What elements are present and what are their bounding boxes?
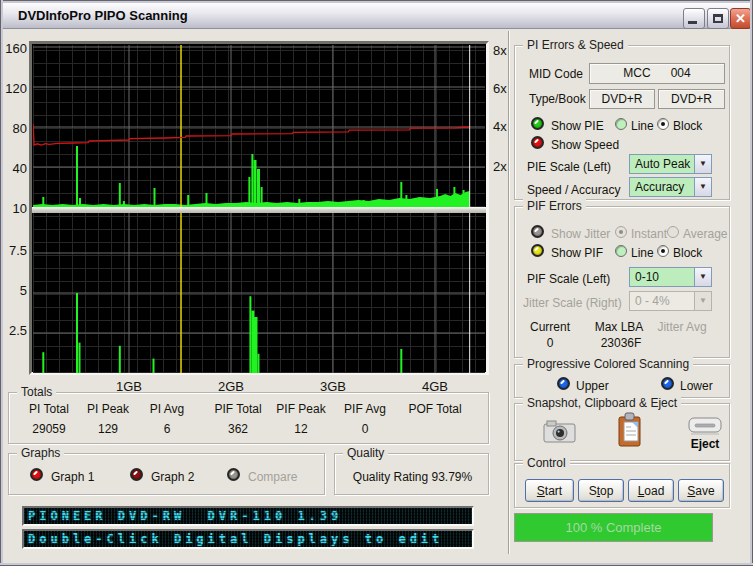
pif-block-radio[interactable] [657,245,669,257]
pif-y-tick: 5 [0,283,27,298]
save-button[interactable]: Save [678,479,724,502]
chevron-down-icon[interactable]: ▼ [694,268,711,286]
pif-scale-label: PIF Scale (Left) [527,272,610,286]
totals-value: 0 [325,422,405,436]
pif-chart-plot[interactable] [33,213,485,373]
scan-chart-widget[interactable] [29,41,489,375]
graph1-led-button[interactable] [30,468,43,481]
close-icon: ✕ [735,11,746,26]
pif-line-label: Line [631,246,654,260]
lcd-drive-text: PIONEER DVD-RW DVR-110 1.39 [28,509,342,523]
speed-accuracy-dropdown[interactable]: Accuracy ▼ [629,177,712,197]
totals-group: Totals PI Total PI Peak PI Avg PIF Total… [8,392,489,444]
maximize-button[interactable] [707,8,729,29]
pie-line-label: Line [631,119,654,133]
progress-bar: 100 % Complete [514,513,713,542]
control-group: Control Start Stop Load Save [514,463,730,508]
show-speed-label: Show Speed [551,138,619,152]
jitter-scale-value: 0 - 4% [630,292,694,310]
stop-button[interactable]: Stop [578,479,624,502]
pif-y-tick: 7.5 [0,243,27,258]
pif-y-tick: 2.5 [0,323,27,338]
progressive-scanning-group: Progressive Colored Scanning Upper Lower [514,364,730,398]
max-lba-header: Max LBA [589,320,649,334]
pie-scale-label: PIE Scale (Left) [527,160,611,174]
pif-scale-value: 0-10 [630,268,694,286]
pie-y-tick: 160 [0,41,27,56]
quality-group-label: Quality [343,446,388,460]
snapshot-clipboard-eject-group: Snapshot, Clipboard & Eject [514,403,730,461]
progressive-group-label: Progressive Colored Scanning [523,357,693,371]
close-button[interactable]: ✕ [730,8,751,29]
jitter-scale-label: Jitter Scale (Right) [523,296,622,310]
jitter-avg-header: Jitter Avg [652,320,712,334]
lower-led-button[interactable] [661,377,674,390]
chevron-down-icon[interactable]: ▼ [694,155,711,173]
type-field: DVD+R [589,89,655,109]
eject-drive-icon [687,416,723,436]
progress-text: 100 % Complete [565,520,661,535]
show-jitter-led-button [531,225,544,238]
pie-scale-value: Auto Peak [630,155,694,173]
graph1-label: Graph 1 [51,470,94,484]
pif-scale-dropdown[interactable]: 0-10 ▼ [629,267,712,287]
graphs-group-label: Graphs [17,446,64,460]
totals-value: 6 [127,422,207,436]
pif-line-radio[interactable] [615,245,627,257]
pie-line-radio[interactable] [615,118,627,130]
jitter-average-label: Average [683,227,727,241]
clipboard-copy-button[interactable] [617,412,645,453]
minimize-button[interactable] [683,8,705,29]
pie-scale-dropdown[interactable]: Auto Peak ▼ [629,154,712,174]
show-pie-led-button[interactable] [531,117,544,130]
lcd-display-drive[interactable]: PIONEER DVD-RW DVR-110 1.39 [22,506,474,526]
maximize-icon [713,14,723,23]
pie-chart-canvas [33,45,485,207]
pie-y-tick: 80 [0,121,27,136]
graph2-led-button[interactable] [130,468,143,481]
panel-divider [508,31,510,554]
upper-led-button[interactable] [557,377,570,390]
show-pif-led-button[interactable] [531,244,544,257]
lcd-display-hint[interactable]: Double-Click Digital Displays to edit [22,529,474,549]
pie-block-label: Block [673,119,702,133]
control-group-label: Control [523,456,570,470]
eject-button[interactable] [687,416,723,439]
pie-y-tick: 120 [0,81,27,96]
mid-code-label: MID Code [529,67,583,81]
pie-chart-plot[interactable] [33,45,485,207]
start-button[interactable]: Start [525,479,574,502]
pif-block-label: Block [673,246,702,260]
pi-errors-speed-group: PI Errors & Speed MID Code MCC 004 Type/… [514,45,730,200]
pif-y-tick: 10 [0,201,27,216]
clipboard-icon [617,412,645,450]
totals-group-label: Totals [17,385,56,399]
speed-accuracy-label: Speed / Accuracy [527,183,620,197]
pif-errors-group: PIF Errors Show Jitter Instant Average S… [514,206,730,358]
pi-group-label: PI Errors & Speed [523,38,628,52]
compare-led-button [227,468,240,481]
quality-group: Quality Quality Rating 93.79% [334,453,489,495]
jitter-instant-label: Instant [631,227,667,241]
jitter-instant-radio [615,226,627,238]
totals-header: POF Total [395,402,475,416]
chevron-down-icon[interactable]: ▼ [694,178,711,196]
upper-label: Upper [576,379,609,393]
snapshot-camera-button[interactable] [543,418,577,447]
max-lba-value: 23036F [591,336,651,350]
show-jitter-label: Show Jitter [551,227,610,241]
pif-group-label: PIF Errors [523,199,586,213]
load-button[interactable]: Load [628,479,674,502]
quality-rating: Quality Rating 93.79% [335,470,490,484]
window-title: DVDInfoPro PIPO Scanning [18,3,188,29]
compare-label: Compare [248,470,297,484]
show-speed-led-button[interactable] [531,136,544,149]
jitter-average-radio [667,226,679,238]
pif-chart-canvas [33,213,485,373]
pie-block-radio[interactable] [657,118,669,130]
totals-header: PI Avg [127,402,207,416]
snapshot-group-label: Snapshot, Clipboard & Eject [523,396,681,410]
show-pie-label: Show PIE [551,119,604,133]
graphs-group: Graphs Graph 1 Graph 2 Compare [8,453,325,495]
title-bar[interactable]: DVDInfoPro PIPO Scanning ✕ [3,3,750,29]
